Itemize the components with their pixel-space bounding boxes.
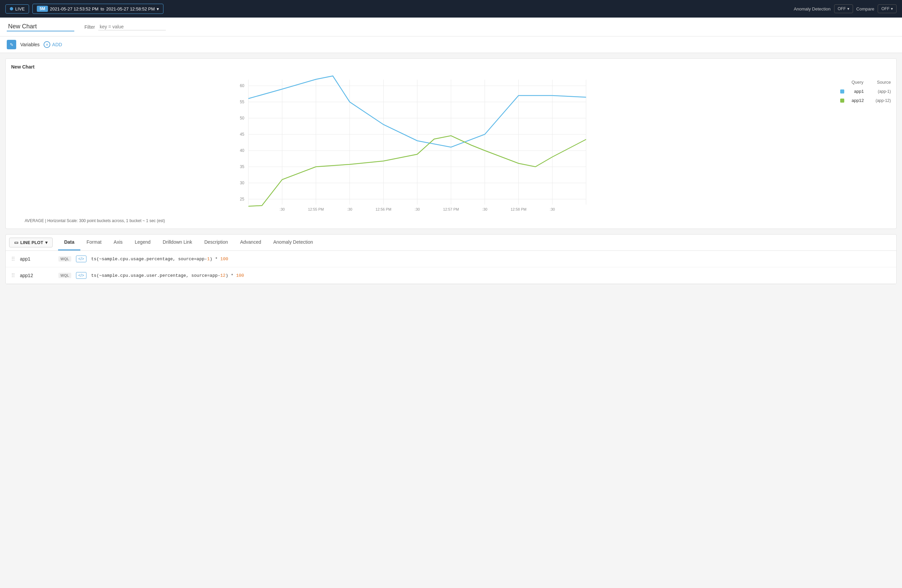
legend-item-app1: app1 (app-1) [817,89,891,94]
time-from: 2021-05-27 12:53:52 PM [50,6,99,11]
query-mult-app12: 100 [236,273,244,278]
legend-dot-app1 [840,89,844,94]
legend-query-header: Query [851,80,863,85]
chart-type-button[interactable]: ▭ LINE PLOT ▾ [9,238,53,247]
svg-text:40: 40 [240,148,244,153]
svg-text:60: 60 [240,83,244,88]
table-row: ⠿ app1 WQL </> ts(~sample.cpu.usage.perc… [6,251,896,267]
variables-bar: ✎ Variables + ADD [0,36,902,53]
line-chart-icon: ▭ [14,240,18,245]
svg-text:50: 50 [240,116,244,120]
header-area: Filter [0,17,902,36]
svg-text::30: :30 [550,207,555,211]
drag-handle-app12[interactable]: ⠿ [11,272,15,279]
anomaly-off-button[interactable]: OFF ▾ [834,5,853,13]
time-range-selector[interactable]: 5M 2021-05-27 12:53:52 PM to 2021-05-27 … [33,4,163,14]
svg-text:12:57 PM: 12:57 PM [443,207,459,211]
svg-text:30: 30 [240,181,244,185]
tab-advanced[interactable]: Advanced [234,235,267,250]
tab-description-label: Description [204,239,228,245]
compare-chevron-icon: ▾ [891,6,893,11]
tab-data[interactable]: Data [58,235,80,250]
live-label: LIVE [15,6,25,11]
svg-text:12:58 PM: 12:58 PM [511,207,526,211]
anomaly-chevron-icon: ▾ [847,6,849,11]
plus-circle-icon: + [44,41,50,48]
chart-container: New Chart 60 55 50 45 40 35 30 25 [5,58,897,229]
tab-drilldown-link[interactable]: Drilldown Link [157,235,198,250]
code-button-app1[interactable]: </> [76,255,86,262]
add-variable-button[interactable]: + ADD [44,41,62,48]
tab-anomaly-detection[interactable]: Anomaly Detection [267,235,319,250]
tabs-bar: ▭ LINE PLOT ▾ Data Format Axis Legend Dr… [6,235,896,251]
chart-type-label: LINE PLOT [20,240,43,245]
tab-description[interactable]: Description [198,235,234,250]
svg-text:12:55 PM: 12:55 PM [308,207,324,211]
query-num-app12: 12 [220,273,226,278]
chart-svg: 60 55 50 45 40 35 30 25 [11,73,813,215]
tab-drilldown-label: Drilldown Link [163,239,192,245]
variables-label: Variables [20,42,39,47]
query-mult-app1: 100 [220,256,228,261]
chart-area: 60 55 50 45 40 35 30 25 [11,73,891,216]
filter-label: Filter [85,24,95,30]
time-period-label: 5M [37,6,48,12]
chart-display-title: New Chart [11,64,891,70]
variables-icon: ✎ [7,40,16,49]
live-button[interactable]: LIVE [5,5,29,14]
compare-label: Compare [857,6,874,11]
svg-text::30: :30 [280,207,285,211]
tab-legend-label: Legend [135,239,150,245]
tab-format[interactable]: Format [80,235,107,250]
time-to: 2021-05-27 12:58:52 PM [106,6,155,11]
query-code-app1: ts(~sample.cpu.usage.percentage, source=… [91,256,891,261]
tab-legend[interactable]: Legend [128,235,157,250]
legend-item-left-app12: app12 [840,98,864,103]
legend-source-app1: (app-1) [867,89,891,94]
query-fn-app12: ts(~sample.cpu.usage.user.percentage, so… [91,273,220,278]
tab-axis[interactable]: Axis [108,235,128,250]
live-indicator [10,7,13,11]
tab-data-label: Data [64,239,74,245]
anomaly-detection-label: Anomaly Detection [794,6,830,11]
filter-input[interactable] [98,23,166,30]
compare-off-label: OFF [882,6,889,11]
add-label: ADD [52,42,62,47]
svg-text:35: 35 [240,164,244,169]
legend-source-app12: (app-12) [867,98,891,103]
chart-stats: AVERAGE | Horizontal Scale: 300 point bu… [11,218,891,223]
query-suffix-app1: ) * [210,256,220,261]
query-num-app1: 1 [207,256,210,261]
svg-text:25: 25 [240,197,244,202]
legend-name-app12: app12 [847,98,864,103]
time-to-label: to [101,6,104,11]
tab-format-label: Format [86,239,101,245]
svg-text::30: :30 [482,207,487,211]
code-button-app12[interactable]: </> [76,272,86,279]
chart-legend: Query Source app1 (app-1) app12 (app-12) [817,73,891,216]
query-code-app12: ts(~sample.cpu.usage.user.percentage, so… [91,273,891,278]
query-name-app1: app1 [20,256,54,261]
chart-svg-wrapper: 60 55 50 45 40 35 30 25 [11,73,813,216]
tab-anomaly-label: Anomaly Detection [273,239,313,245]
svg-text::30: :30 [347,207,352,211]
query-type-app1: WQL [58,256,71,261]
drag-handle-app1[interactable]: ⠿ [11,256,15,262]
svg-text::30: :30 [415,207,420,211]
query-name-app12: app12 [20,273,54,278]
legend-dot-app12 [840,99,844,103]
tab-advanced-label: Advanced [240,239,261,245]
table-row: ⠿ app12 WQL </> ts(~sample.cpu.usage.use… [6,267,896,284]
chart-stats-text: AVERAGE | Horizontal Scale: 300 point bu… [25,218,165,223]
top-right-controls: Anomaly Detection OFF ▾ Compare OFF ▾ [794,5,897,13]
svg-text:45: 45 [240,132,244,137]
bottom-panel: ▭ LINE PLOT ▾ Data Format Axis Legend Dr… [5,234,897,284]
query-suffix-app12: ) * [226,273,236,278]
svg-text:12:56 PM: 12:56 PM [376,207,391,211]
compare-off-button[interactable]: OFF ▾ [878,5,897,13]
tab-axis-label: Axis [114,239,122,245]
chevron-down-icon: ▾ [157,6,159,11]
chart-title-input[interactable] [7,22,74,31]
query-type-app12: WQL [58,273,71,278]
svg-text:55: 55 [240,100,244,104]
